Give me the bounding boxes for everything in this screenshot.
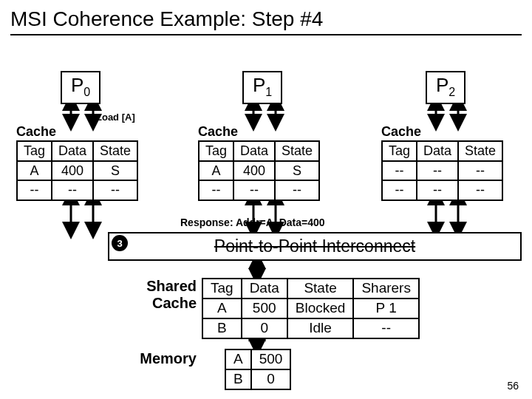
- step-circle: 3: [112, 235, 128, 251]
- shared-cache-table: Tag Data State Sharers A 500 Blocked P 1…: [202, 278, 420, 339]
- cache-label-0: Cache: [16, 124, 56, 140]
- cache-table-p1: Tag Data State A400S ------: [198, 140, 320, 201]
- cache-label-1: Cache: [198, 124, 238, 140]
- load-label: Load [A]: [96, 112, 135, 123]
- processor-p0: P0: [61, 71, 100, 104]
- interconnect-box: Point-to-Point Interconnect: [108, 232, 522, 261]
- response-label: Response: Addr=A, Data=400: [180, 216, 325, 228]
- cache-label-2: Cache: [381, 124, 421, 140]
- memory-label: Memory: [108, 350, 197, 367]
- page-number: 56: [507, 380, 519, 392]
- shared-cache-label: SharedCache: [108, 278, 197, 312]
- title-underline: [10, 34, 522, 35]
- cache-table-p2: Tag Data State ------ ------: [381, 140, 503, 201]
- processor-p1: P1: [242, 71, 282, 104]
- slide-title: MSI Coherence Example: Step #4: [0, 0, 532, 34]
- cache-table-p0: Tag Data State A400S ------: [16, 140, 138, 201]
- memory-table: A 500 B 0: [225, 349, 291, 390]
- processor-p2: P2: [426, 71, 466, 104]
